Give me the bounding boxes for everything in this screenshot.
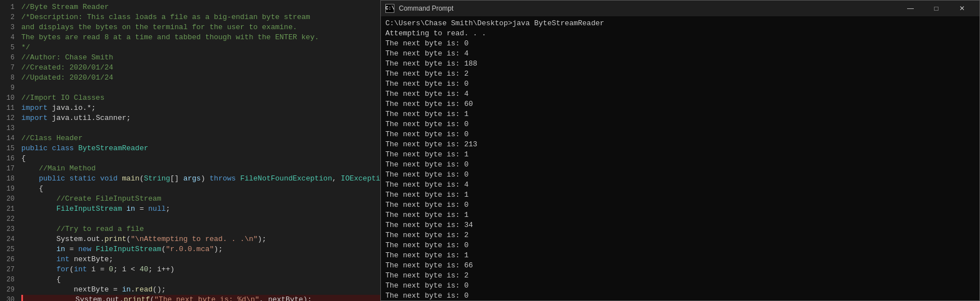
code-editor: 1234567891011121314151617181920212223242… xyxy=(0,0,380,301)
cmd-window-controls: — □ ✕ xyxy=(898,1,975,16)
cmd-output-line: The next byte is: 0 xyxy=(385,240,975,251)
code-line: System.out.printf("The next byte is: %d\… xyxy=(21,295,380,301)
code-line: //Import IO Classes xyxy=(21,93,380,103)
cmd-output-line: The next byte is: 1 xyxy=(385,251,975,261)
cmd-output-line: The next byte is: 34 xyxy=(385,220,975,230)
cmd-output-line: The next byte is: 4 xyxy=(385,49,975,59)
code-line: //Create FileInputStream xyxy=(21,194,380,204)
code-line: The bytes are read 8 at a time and tabbe… xyxy=(21,33,380,43)
code-line: import java.util.Scanner; xyxy=(21,113,380,123)
cmd-output-line: The next byte is: 2 xyxy=(385,230,975,240)
cmd-output-line: The next byte is: 4 xyxy=(385,180,975,190)
code-line: nextByte = in.read(); xyxy=(21,285,380,295)
cmd-output-line: The next byte is: 0 xyxy=(385,160,975,170)
cmd-output-line: The next byte is: 1 xyxy=(385,150,975,160)
cmd-output-line: The next byte is: 0 xyxy=(385,39,975,49)
close-button[interactable]: ✕ xyxy=(949,1,975,16)
cmd-title-text: Command Prompt xyxy=(399,4,898,12)
cmd-output-line: The next byte is: 1 xyxy=(385,190,975,200)
cmd-titlebar: C:\ Command Prompt — □ ✕ xyxy=(381,1,979,16)
cmd-title-icon: C:\ xyxy=(385,4,394,13)
cmd-output-line: The next byte is: 60 xyxy=(385,99,975,109)
code-line: public static void main(String[] args) t… xyxy=(21,174,380,184)
cmd-window: C:\ Command Prompt — □ ✕ C:\Users\Chase … xyxy=(380,0,980,301)
maximize-button[interactable]: □ xyxy=(923,1,949,16)
code-content[interactable]: //Byte Stream Reader/*Description: This … xyxy=(17,0,380,301)
cmd-output-line: The next byte is: 66 xyxy=(385,261,975,271)
code-line xyxy=(21,214,380,224)
cmd-output-line: The next byte is: 0 xyxy=(385,281,975,291)
cmd-output-line: The next byte is: 0 xyxy=(385,291,975,300)
code-line: //Main Method xyxy=(21,164,380,174)
code-line: { xyxy=(21,275,380,285)
code-line xyxy=(21,123,380,133)
code-line: //Created: 2020/01/24 xyxy=(21,63,380,73)
code-line: //Try to read a file xyxy=(21,224,380,234)
code-line: //Class Header xyxy=(21,133,380,143)
cmd-output-line: The next byte is: 4 xyxy=(385,89,975,99)
cmd-output-line: The next byte is: 0 xyxy=(385,119,975,129)
code-line xyxy=(21,83,380,93)
code-line: */ xyxy=(21,43,380,53)
cmd-body: C:\Users\Chase Smith\Desktop>java ByteSt… xyxy=(381,16,979,300)
code-line: { xyxy=(21,154,380,164)
code-line: /*Description: This class loads a file a… xyxy=(21,12,380,22)
code-line: //Byte Stream Reader xyxy=(21,2,380,12)
cmd-output-line: The next byte is: 2 xyxy=(385,271,975,281)
code-line: FileInputStream in = null; xyxy=(21,204,380,214)
cmd-output-line: The next byte is: 0 xyxy=(385,200,975,210)
code-line: //Author: Chase Smith xyxy=(21,53,380,63)
code-line: and displays the bytes on the terminal f… xyxy=(21,22,380,33)
cmd-output-line: The next byte is: 213 xyxy=(385,140,975,150)
cmd-output-line: The next byte is: 0 xyxy=(385,170,975,180)
cmd-output: Attempting to read. . .The next byte is:… xyxy=(385,29,975,300)
code-line: int nextByte; xyxy=(21,254,380,265)
cmd-prompt-line: C:\Users\Chase Smith\Desktop>java ByteSt… xyxy=(385,18,975,29)
cmd-output-line: The next byte is: 1 xyxy=(385,109,975,119)
minimize-button[interactable]: — xyxy=(898,1,923,16)
code-line: { xyxy=(21,184,380,194)
cmd-output-line: The next byte is: 2 xyxy=(385,69,975,79)
line-numbers: 1234567891011121314151617181920212223242… xyxy=(0,0,17,301)
code-line: public class ByteStreamReader xyxy=(21,143,380,154)
cmd-output-line: The next byte is: 188 xyxy=(385,59,975,69)
code-line: System.out.print("\nAttempting to read. … xyxy=(21,234,380,244)
code-line: in = new FileInputStream("r.0.0.mca"); xyxy=(21,244,380,254)
cmd-output-line: The next byte is: 0 xyxy=(385,129,975,140)
code-line: for(int i = 0; i < 40; i++) xyxy=(21,265,380,275)
cmd-output-line: The next byte is: 1 xyxy=(385,210,975,220)
code-line: import java.io.*; xyxy=(21,103,380,113)
cmd-output-line: The next byte is: 0 xyxy=(385,79,975,89)
cmd-output-line: Attempting to read. . . xyxy=(385,29,975,39)
code-line: //Updated: 2020/01/24 xyxy=(21,73,380,83)
